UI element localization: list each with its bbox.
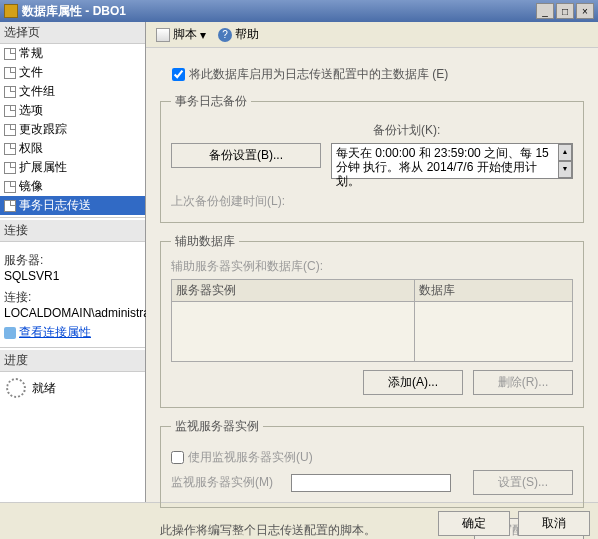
page-icon	[4, 162, 16, 174]
progress-header: 进度	[0, 350, 145, 372]
nav-general[interactable]: 常规	[0, 44, 145, 63]
use-monitor-label: 使用监视服务器实例(U)	[188, 449, 313, 466]
view-connection-props-link[interactable]: 查看连接属性	[4, 324, 141, 341]
window-title: 数据库属性 - DBO1	[22, 3, 536, 20]
table-cell[interactable]	[172, 302, 415, 362]
script-note: 此操作将编写整个日志传送配置的脚本。	[160, 522, 376, 539]
maximize-button[interactable]: □	[556, 3, 574, 19]
secondary-legend: 辅助数据库	[171, 233, 239, 250]
cancel-button[interactable]: 取消	[518, 511, 590, 536]
page-icon	[4, 181, 16, 193]
table-cell[interactable]	[414, 302, 572, 362]
nav-list: 常规 文件 文件组 选项 更改跟踪 权限 扩展属性 镜像 事务日志传送	[0, 44, 145, 215]
progress-status: 就绪	[32, 380, 56, 397]
dropdown-icon: ▾	[200, 28, 206, 42]
page-icon	[4, 200, 16, 212]
sidebar: 选择页 常规 文件 文件组 选项 更改跟踪 权限 扩展属性 镜像 事务日志传送 …	[0, 22, 146, 502]
script-button[interactable]: 脚本 ▾	[152, 25, 210, 44]
window-titlebar: 数据库属性 - DBO1 _ □ ×	[0, 0, 598, 22]
content-area: 脚本 ▾ ? 帮助 将此数据库启用为日志传送配置中的主数据库 (E) 事务日志备…	[146, 22, 598, 502]
backup-schedule-box[interactable]: 每天在 0:00:00 和 23:59:00 之间、每 15 分钟 执行。将从 …	[331, 143, 573, 179]
sched-up-icon[interactable]: ▲	[558, 144, 572, 161]
txlog-legend: 事务日志备份	[171, 93, 251, 110]
page-icon	[4, 67, 16, 79]
sidebar-header: 选择页	[0, 22, 145, 44]
col-server[interactable]: 服务器实例	[172, 280, 415, 302]
connection-panel: 服务器: SQLSVR1 连接: LOCALDOMAIN\administrat…	[0, 242, 145, 345]
monitor-legend: 监视服务器实例	[171, 418, 263, 435]
script-icon	[156, 28, 170, 42]
nav-options[interactable]: 选项	[0, 101, 145, 120]
page-icon	[4, 143, 16, 155]
enable-logshipping-checkbox[interactable]	[172, 68, 185, 81]
nav-permissions[interactable]: 权限	[0, 139, 145, 158]
txlog-backup-group: 事务日志备份 备份计划(K): 备份设置(B)... 每天在 0:00:00 和…	[160, 93, 584, 223]
secondary-label: 辅助服务器实例和数据库(C):	[171, 258, 573, 275]
page-icon	[4, 124, 16, 136]
secondary-db-group: 辅助数据库 辅助服务器实例和数据库(C): 服务器实例 数据库 添加(A)...…	[160, 233, 584, 408]
monitor-instance-input[interactable]	[291, 474, 451, 492]
monitor-instance-label: 监视服务器实例(M)	[171, 474, 281, 491]
page-icon	[4, 86, 16, 98]
app-icon	[4, 4, 18, 18]
add-button[interactable]: 添加(A)...	[363, 370, 463, 395]
nav-logshipping[interactable]: 事务日志传送	[0, 196, 145, 215]
spinner-icon	[6, 378, 26, 398]
help-button[interactable]: ? 帮助	[214, 25, 263, 44]
server-value: SQLSVR1	[4, 269, 141, 283]
nav-extprops[interactable]: 扩展属性	[0, 158, 145, 177]
backup-plan-label: 备份计划(K):	[373, 122, 573, 139]
close-button[interactable]: ×	[576, 3, 594, 19]
conn-value: LOCALDOMAIN\administrator	[4, 306, 141, 320]
minimize-button[interactable]: _	[536, 3, 554, 19]
monitor-group: 监视服务器实例 使用监视服务器实例(U) 监视服务器实例(M) 设置(S)...	[160, 418, 584, 508]
nav-files[interactable]: 文件	[0, 63, 145, 82]
page-icon	[4, 48, 16, 60]
col-db[interactable]: 数据库	[414, 280, 572, 302]
secondary-table: 服务器实例 数据库	[171, 279, 573, 362]
monitor-settings-button: 设置(S)...	[473, 470, 573, 495]
use-monitor-checkbox[interactable]	[171, 451, 184, 464]
ok-button[interactable]: 确定	[438, 511, 510, 536]
conn-label: 连接:	[4, 289, 141, 306]
connection-header: 连接	[0, 220, 145, 242]
nav-changetracking[interactable]: 更改跟踪	[0, 120, 145, 139]
enable-logshipping-label: 将此数据库启用为日志传送配置中的主数据库 (E)	[189, 66, 448, 83]
nav-mirroring[interactable]: 镜像	[0, 177, 145, 196]
server-label: 服务器:	[4, 252, 141, 269]
page-icon	[4, 105, 16, 117]
help-icon: ?	[218, 28, 232, 42]
sched-down-icon[interactable]: ▼	[558, 161, 572, 178]
progress-panel: 就绪	[0, 372, 145, 404]
nav-filegroups[interactable]: 文件组	[0, 82, 145, 101]
last-backup-label: 上次备份创建时间(L):	[171, 193, 573, 210]
remove-button: 删除(R)...	[473, 370, 573, 395]
content-toolbar: 脚本 ▾ ? 帮助	[146, 22, 598, 48]
backup-settings-button[interactable]: 备份设置(B)...	[171, 143, 321, 168]
link-icon	[4, 327, 16, 339]
